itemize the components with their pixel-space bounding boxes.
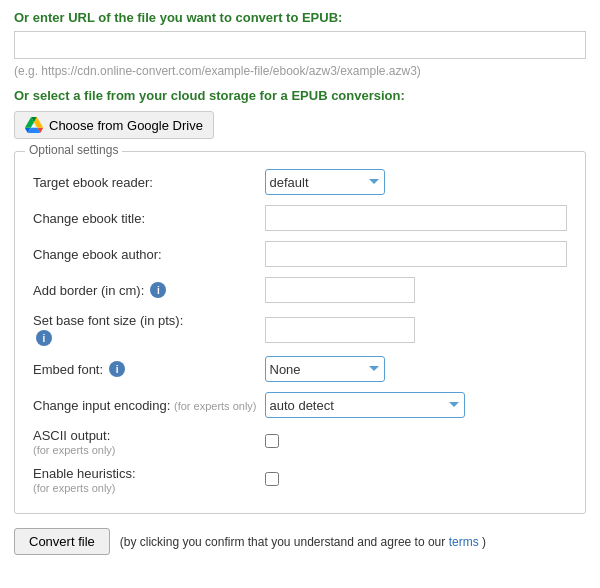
ascii-experts-note: (for experts only) bbox=[33, 444, 257, 456]
cloud-label: Or select a file from your cloud storage… bbox=[14, 88, 586, 103]
encoding-label: Change input encoding: bbox=[33, 398, 170, 413]
heuristics-checkbox[interactable] bbox=[265, 472, 279, 486]
settings-table: Target ebook reader: default nook kindle… bbox=[29, 164, 571, 499]
convert-area: Convert file (by clicking you confirm th… bbox=[14, 528, 586, 555]
border-label: Add border (in cm): bbox=[33, 283, 144, 298]
convert-note: (by clicking you confirm that you unders… bbox=[120, 535, 486, 549]
border-label-wrapper: Add border (in cm): i bbox=[33, 282, 257, 298]
embed-font-label-wrapper: Embed font: i bbox=[33, 361, 257, 377]
ebook-title-row: Change ebook title: bbox=[29, 200, 571, 236]
heuristics-row: Enable heuristics: (for experts only) bbox=[29, 461, 571, 499]
terms-link[interactable]: terms bbox=[449, 535, 479, 549]
font-size-label: Set base font size (in pts): bbox=[33, 313, 257, 328]
url-placeholder: (e.g. https://cdn.online-convert.com/exa… bbox=[14, 64, 586, 78]
font-size-label-wrapper: Set base font size (in pts): i bbox=[33, 313, 257, 346]
ebook-title-input-cell bbox=[261, 200, 572, 236]
ebook-title-label: Change ebook title: bbox=[29, 200, 261, 236]
embed-font-input-cell: None Liberation Serif Liberation Sans bbox=[261, 351, 572, 387]
heuristics-experts-note: (for experts only) bbox=[33, 482, 257, 494]
optional-settings-legend: Optional settings bbox=[25, 143, 122, 157]
ascii-checkbox[interactable] bbox=[265, 434, 279, 448]
border-label-cell: Add border (in cm): i bbox=[29, 272, 261, 308]
heuristics-label-wrapper: Enable heuristics: (for experts only) bbox=[33, 466, 257, 494]
target-reader-label: Target ebook reader: bbox=[29, 164, 261, 200]
heuristics-label: Enable heuristics: bbox=[33, 466, 136, 481]
ebook-author-label: Change ebook author: bbox=[29, 236, 261, 272]
ascii-label: ASCII output: bbox=[33, 428, 110, 443]
encoding-experts-note: (for experts only) bbox=[174, 400, 257, 412]
target-reader-select[interactable]: default nook kindle kobo ios bbox=[265, 169, 385, 195]
ascii-input-cell bbox=[261, 423, 572, 461]
target-reader-row: Target ebook reader: default nook kindle… bbox=[29, 164, 571, 200]
embed-font-row: Embed font: i None Liberation Serif Libe… bbox=[29, 351, 571, 387]
encoding-select[interactable]: auto detect UTF-8 UTF-16 ISO-8859-1 ASCI… bbox=[265, 392, 465, 418]
ascii-label-wrapper: ASCII output: (for experts only) bbox=[33, 428, 257, 456]
border-info-icon[interactable]: i bbox=[150, 282, 166, 298]
heuristics-label-cell: Enable heuristics: (for experts only) bbox=[29, 461, 261, 499]
convert-note-end: ) bbox=[482, 535, 486, 549]
optional-settings-panel: Optional settings Target ebook reader: d… bbox=[14, 151, 586, 514]
font-size-info-icon[interactable]: i bbox=[36, 330, 52, 346]
google-drive-button[interactable]: Choose from Google Drive bbox=[14, 111, 214, 139]
font-size-label-cell: Set base font size (in pts): i bbox=[29, 308, 261, 351]
ebook-author-input[interactable] bbox=[265, 241, 568, 267]
embed-font-label-cell: Embed font: i bbox=[29, 351, 261, 387]
url-label: Or enter URL of the file you want to con… bbox=[14, 10, 586, 25]
url-input[interactable] bbox=[14, 31, 586, 59]
target-reader-input-cell: default nook kindle kobo ios bbox=[261, 164, 572, 200]
convert-button[interactable]: Convert file bbox=[14, 528, 110, 555]
font-size-input-cell bbox=[261, 308, 572, 351]
convert-note-text: (by clicking you confirm that you unders… bbox=[120, 535, 446, 549]
encoding-input-cell: auto detect UTF-8 UTF-16 ISO-8859-1 ASCI… bbox=[261, 387, 572, 423]
embed-font-info-icon[interactable]: i bbox=[109, 361, 125, 377]
ascii-row: ASCII output: (for experts only) bbox=[29, 423, 571, 461]
heuristics-input-cell bbox=[261, 461, 572, 499]
border-row: Add border (in cm): i bbox=[29, 272, 571, 308]
google-drive-button-label: Choose from Google Drive bbox=[49, 118, 203, 133]
embed-font-label: Embed font: bbox=[33, 362, 103, 377]
border-input-cell bbox=[261, 272, 572, 308]
embed-font-select[interactable]: None Liberation Serif Liberation Sans bbox=[265, 356, 385, 382]
google-drive-icon bbox=[25, 117, 43, 133]
ascii-label-cell: ASCII output: (for experts only) bbox=[29, 423, 261, 461]
font-size-row: Set base font size (in pts): i bbox=[29, 308, 571, 351]
ebook-author-row: Change ebook author: bbox=[29, 236, 571, 272]
ebook-author-input-cell bbox=[261, 236, 572, 272]
border-input[interactable] bbox=[265, 277, 415, 303]
font-size-input[interactable] bbox=[265, 317, 415, 343]
encoding-label-cell: Change input encoding: (for experts only… bbox=[29, 387, 261, 423]
encoding-row: Change input encoding: (for experts only… bbox=[29, 387, 571, 423]
ebook-title-input[interactable] bbox=[265, 205, 568, 231]
